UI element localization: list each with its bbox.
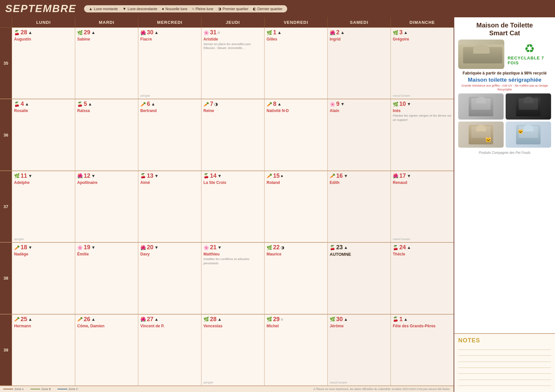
notes-line-5 [458, 373, 551, 374]
day-name: Matthieu [203, 252, 262, 256]
day-number: 29 [273, 316, 280, 323]
day-name: AUTOMNE [330, 252, 389, 257]
day-cell-w36-d1: 🍒5▲Raïssa [75, 99, 138, 170]
notes-section: NOTES [454, 333, 555, 392]
day-icon: 🌸 [77, 245, 83, 250]
day-icon: 🌿 [267, 30, 272, 35]
day-cell-w36-d0: 🍒4▲Rosalie [12, 99, 75, 170]
ad-product-title: Maison toilette sérigraphiée [468, 77, 542, 83]
day-icon: 🥕 [140, 102, 146, 107]
day-top: 🍒4▲ [14, 101, 73, 107]
moon-phase-icon: ▼ [407, 102, 411, 106]
day-header-jeudi: JEUDI [201, 17, 264, 27]
day-cell-w35-d1: 🌿29▲Sabine [75, 27, 138, 99]
day-number: 3 [399, 29, 403, 36]
day-number: 12 [84, 172, 90, 179]
notes-line-4 [458, 368, 551, 368]
day-icon: 🌿 [14, 173, 20, 178]
day-cell-w37-d3: 🍒14▼La Ste Croix [201, 171, 264, 242]
day-top: 🌿10▼ [393, 101, 452, 107]
day-name: Émilie [77, 252, 136, 256]
day-name: Vincent de P. [140, 324, 199, 328]
day-number: 23 [336, 244, 343, 251]
day-cell-w39-d4: 🌿29○Michel [264, 314, 327, 385]
day-note: Installez les conifères et arbustes pers… [203, 257, 262, 265]
product-img-1 [458, 93, 504, 120]
day-name: Bertrand [140, 108, 199, 113]
day-icon: 🌸 [203, 30, 209, 35]
day-header-lundi: LUNDI [12, 17, 75, 27]
moon-phase-icon: ▲ [154, 317, 159, 322]
moon-phase-icon: ▼ [344, 173, 348, 178]
day-icon: 🍒 [77, 102, 83, 107]
day-top: 🌺30▲ [140, 29, 199, 36]
day-top: 🌸19▼ [77, 244, 136, 251]
lune-montante-icon: ▲ [89, 7, 93, 11]
moon-phase-icon: ○ [217, 30, 220, 35]
moon-phase-icon: ▼ [217, 173, 222, 178]
week-num-35: 35 [0, 27, 12, 99]
zone-a: Zone A [3, 387, 24, 391]
moon-phase-icon: ▲ [91, 317, 95, 322]
day-number: 4 [21, 101, 24, 107]
day-icon: 🌺 [393, 173, 398, 178]
moon-phase-icon: ▲ [28, 30, 32, 35]
day-icon: 🥕 [267, 102, 272, 107]
day-cell-w39-d0: 🥕25▲Hermann [12, 314, 75, 385]
day-top: 🌿11▼ [14, 172, 73, 179]
recyclable-badge: RECYCLABLE 7 FOIS [508, 56, 551, 65]
day-name: Grégoire [393, 37, 452, 41]
legend-lune-descendante: ▼ Lune descendante [122, 7, 157, 11]
ad-section: Maison de ToiletteSmart Cat ♻ RECYCLABLE… [454, 17, 555, 333]
day-number: 24 [399, 244, 406, 251]
day-top: 🥕7◑ [203, 101, 262, 107]
day-name: Raïssa [77, 108, 136, 113]
day-top: 🍒5▲ [77, 101, 136, 107]
moon-phase-icon: ▲ [28, 317, 32, 322]
moon-phase-icon: ▲ [407, 245, 411, 250]
day-cell-w37-d2: 🍒13▼Aimé [138, 171, 201, 242]
day-cell-w36-d5: 🌸9▼Alain [327, 99, 390, 170]
zone-b-line [30, 389, 40, 389]
moon-phase-icon: ▲ [151, 102, 155, 106]
day-top: 🌿1▲ [267, 29, 325, 36]
calendar-body: 35🍒28▲Augustin🌿29▲Sabine🌺30▲Fiacrepérigé… [0, 27, 454, 386]
day-top: 🌺27▲ [140, 316, 199, 323]
day-icon: 🌺 [330, 30, 335, 35]
day-number: 18 [21, 244, 27, 251]
day-icon: 🍒 [330, 245, 335, 250]
day-name: Venceslas [203, 324, 262, 328]
day-number: 7 [210, 101, 213, 107]
day-name: Rosalie [14, 108, 73, 113]
moon-phase-icon: ▼ [28, 173, 32, 178]
day-top: 🌺2▲ [330, 29, 389, 36]
day-icon: 🍒 [14, 102, 20, 107]
nouvelle-lune-icon: ● [162, 7, 164, 11]
zone-b: Zone B [30, 387, 51, 391]
zone-a-label: Zone A [14, 387, 24, 391]
day-icon: 🥕 [267, 173, 272, 178]
week-row-39: 39🥕25▲Hermann🥕26▲Côme, Damien🌺27▲Vincent… [0, 314, 454, 386]
day-name: Alain [330, 108, 389, 113]
day-name: Aimé [140, 180, 199, 185]
day-icon: 🥕 [330, 173, 335, 178]
moon-phase-icon: ▲ [217, 317, 222, 322]
ad-made-from: Fabriquée à partir de plastique à 98% re… [463, 71, 547, 75]
zone-c: Zone C [58, 387, 78, 391]
footer-note: À l'heure où nous imprimons, les dates o… [313, 387, 450, 391]
day-name: Roland [267, 180, 325, 185]
day-name: Edith [330, 180, 389, 185]
moon-phase-icon: ▲ [344, 317, 348, 322]
day-top: 🥕8▲ [267, 101, 325, 107]
day-top: 🥕18▼ [14, 244, 73, 251]
legend-lune-montante: ▲ Lune montante [89, 7, 118, 11]
week-num-header [0, 17, 12, 27]
notes-line-3 [458, 362, 551, 362]
day-cell-w36-d4: 🥕8▲Nativité N-D [264, 99, 327, 170]
moon-phase-icon: ▼ [407, 173, 411, 178]
day-number: 26 [84, 316, 90, 323]
ad-brand: Produits Compagnie des Pet Foods [479, 151, 530, 155]
day-number: 22 [273, 244, 280, 251]
day-note: Plantez les vignes vierges et les lierre… [393, 114, 452, 122]
day-number: 25 [21, 316, 27, 323]
